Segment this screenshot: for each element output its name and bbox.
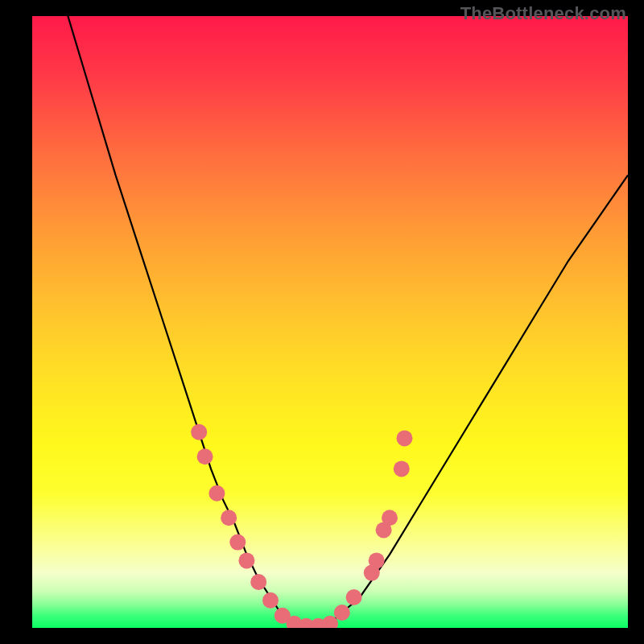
plot-area <box>32 16 628 628</box>
chart-marker <box>369 552 385 568</box>
chart-svg <box>32 16 628 628</box>
chart-marker <box>229 535 246 551</box>
chart-marker <box>382 510 398 526</box>
chart-marker <box>262 592 279 609</box>
attribution-text: TheBottleneck.com <box>460 3 626 24</box>
chart-marker <box>334 605 350 621</box>
chart-marker <box>397 430 413 446</box>
chart-marker <box>221 510 237 526</box>
chart-marker <box>250 574 266 590</box>
chart-markers <box>191 424 412 628</box>
chart-marker <box>394 460 410 477</box>
chart-curve <box>68 16 628 626</box>
chart-marker <box>346 589 362 605</box>
chart-marker <box>208 485 225 502</box>
chart-marker <box>238 552 254 568</box>
chart-marker <box>197 448 213 464</box>
chart-marker <box>191 424 207 440</box>
